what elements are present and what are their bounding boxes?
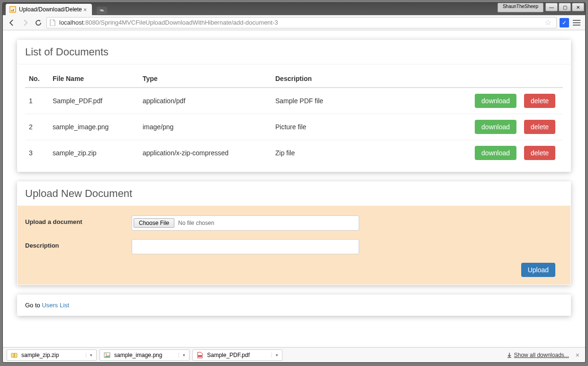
page-viewport[interactable]: List of Documents No. File Name Type Des… <box>3 30 585 347</box>
download-arrow-icon <box>507 352 512 358</box>
toolbar: localhost:8080/Spring4MVCFileUploadDownl… <box>3 15 585 30</box>
nav-panel: Go to Users List <box>17 295 571 316</box>
browser-tab[interactable]: Upload/Download/Delete × <box>6 4 92 15</box>
documents-heading: List of Documents <box>18 40 570 64</box>
bookmark-star-icon[interactable]: ☆ <box>543 18 553 27</box>
th-desc: Description <box>271 70 471 88</box>
address-bar[interactable]: localhost:8080/Spring4MVCFileUploadDownl… <box>46 17 557 28</box>
extension-check-icon[interactable]: ✓ <box>560 18 569 27</box>
download-button[interactable]: download <box>475 146 516 160</box>
th-type: Type <box>139 70 271 88</box>
documents-table: No. File Name Type Description 1Sample_P… <box>25 70 563 166</box>
table-row: 1Sample_PDF.pdfapplication/pdfSample PDF… <box>25 88 563 114</box>
cell-no: 2 <box>25 114 49 140</box>
download-item[interactable]: sample_zip.zip▾ <box>7 349 97 361</box>
browser-window: ShaunTheSheep — ▢ ✕ Upload/Download/Dele… <box>2 2 586 363</box>
show-all-label: Show all downloads... <box>514 352 569 358</box>
cell-type: application/pdf <box>139 88 271 114</box>
window-minimize-button[interactable]: — <box>545 3 558 11</box>
documents-panel: List of Documents No. File Name Type Des… <box>17 40 571 172</box>
th-name: File Name <box>49 70 139 88</box>
download-shelf: sample_zip.zip▾sample_image.png▾Sample_P… <box>3 347 585 362</box>
show-all-downloads-link[interactable]: Show all downloads... <box>507 352 569 358</box>
url-host: localhost <box>59 19 83 26</box>
tab-favicon-icon <box>9 6 16 13</box>
download-item-name: sample_zip.zip <box>21 352 59 358</box>
cell-name: sample_zip.zip <box>49 140 139 166</box>
cell-no: 3 <box>25 140 49 166</box>
download-item-name: sample_image.png <box>114 352 162 358</box>
svg-rect-8 <box>198 355 202 357</box>
users-list-link[interactable]: Users List <box>42 302 69 309</box>
file-input[interactable]: Choose File No file chosen <box>132 215 359 231</box>
upload-panel: Upload New Document Upload a document Ch… <box>17 181 571 285</box>
cell-type: image/png <box>139 114 271 140</box>
delete-button[interactable]: delete <box>524 120 555 134</box>
forward-button[interactable] <box>20 18 30 28</box>
file-placeholder: No file chosen <box>178 220 214 226</box>
svg-rect-5 <box>14 353 15 357</box>
pdf-file-icon <box>197 352 203 358</box>
window-titlebar: ShaunTheSheep — ▢ ✕ <box>498 3 585 12</box>
delete-button[interactable]: delete <box>524 146 555 160</box>
download-item-name: Sample_PDF.pdf <box>207 352 250 358</box>
tab-close-icon[interactable]: × <box>82 6 89 13</box>
table-row: 3sample_zip.zipapplication/x-zip-compres… <box>25 140 563 166</box>
url-port: :8080 <box>83 19 99 26</box>
url-path: /Spring4MVCFileUploadDownloadWithHiberna… <box>99 19 278 26</box>
url-text: localhost:8080/Spring4MVCFileUploadDownl… <box>59 19 543 26</box>
th-no: No. <box>25 70 49 88</box>
download-shelf-close-icon[interactable]: × <box>574 351 581 359</box>
window-maximize-button[interactable]: ▢ <box>559 3 571 11</box>
back-button[interactable] <box>7 18 17 28</box>
zip-file-icon <box>11 352 18 358</box>
page-content: List of Documents No. File Name Type Des… <box>3 30 585 335</box>
window-user-badge[interactable]: ShaunTheSheep <box>498 3 543 12</box>
tab-title: Upload/Download/Delete <box>19 6 82 13</box>
delete-button[interactable]: delete <box>524 94 555 108</box>
download-item-menu-icon[interactable]: ▾ <box>271 353 278 357</box>
cell-name: Sample_PDF.pdf <box>49 88 139 114</box>
menu-button[interactable] <box>572 18 581 27</box>
image-file-icon <box>104 352 110 358</box>
download-button[interactable]: download <box>475 120 516 134</box>
cell-desc: Zip file <box>271 140 471 166</box>
cell-desc: Sample PDF file <box>271 88 471 114</box>
choose-file-button[interactable]: Choose File <box>134 218 174 228</box>
upload-button[interactable]: Upload <box>521 263 555 277</box>
download-button[interactable]: download <box>475 94 516 108</box>
cell-name: sample_image.png <box>49 114 139 140</box>
download-item-menu-icon[interactable]: ▾ <box>179 353 185 357</box>
cell-desc: Picture file <box>271 114 471 140</box>
cell-type: application/x-zip-compressed <box>139 140 271 166</box>
page-icon <box>50 19 56 26</box>
svg-point-7 <box>106 353 107 355</box>
svg-rect-2 <box>11 10 12 11</box>
new-tab-button[interactable] <box>97 7 107 14</box>
nav-prefix: Go to <box>25 302 42 309</box>
window-close-button[interactable]: ✕ <box>572 3 584 11</box>
svg-rect-3 <box>13 9 14 11</box>
description-label: Description <box>25 239 132 249</box>
file-label: Upload a document <box>25 215 132 225</box>
download-item[interactable]: Sample_PDF.pdf▾ <box>192 349 282 361</box>
cell-no: 1 <box>25 88 49 114</box>
description-input[interactable] <box>132 239 359 254</box>
download-item[interactable]: sample_image.png▾ <box>100 349 190 361</box>
download-item-menu-icon[interactable]: ▾ <box>86 353 92 357</box>
table-row: 2sample_image.pngimage/pngPicture filedo… <box>25 114 563 140</box>
upload-heading: Upload New Document <box>18 182 570 206</box>
reload-button[interactable] <box>33 18 44 28</box>
